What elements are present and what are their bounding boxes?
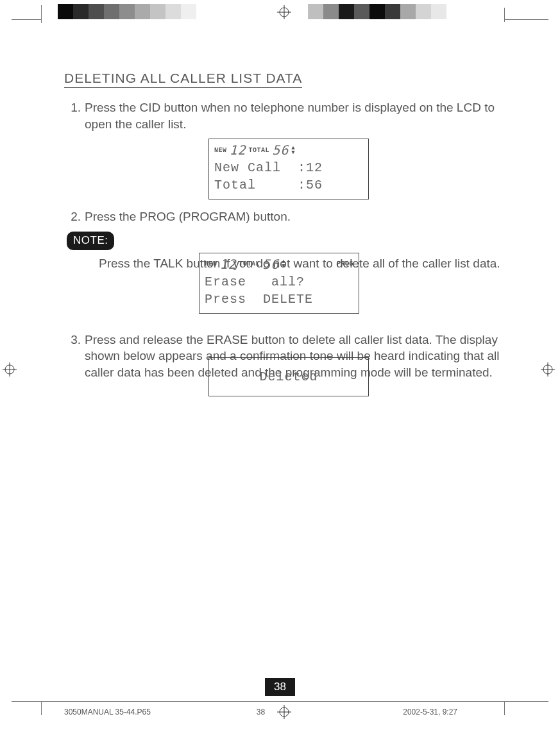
lcd-status-row: NEW 12 TOTAL 56 ▲▼ (214, 142, 363, 159)
swatch (58, 4, 73, 19)
footer-tick-left (41, 701, 42, 715)
page-number-badge: 38 (0, 678, 560, 696)
step-number: 2. (64, 208, 85, 225)
swatch (196, 4, 212, 19)
swatch (135, 4, 150, 19)
lcd-line-1: Erase all? (205, 273, 353, 291)
swatch (165, 4, 181, 19)
crop-line-right (505, 19, 548, 20)
swatch (150, 4, 165, 19)
step-1: 1. Press the CID button when no telephon… (64, 99, 513, 132)
section-heading: DELETING ALL CALLER LIST DATA (64, 71, 302, 88)
lcd-new-value: 12 (230, 142, 246, 159)
up-down-arrows-icon: ▲▼ (282, 260, 285, 269)
registration-mark-icon (277, 5, 291, 19)
swatch (104, 4, 119, 19)
swatch (339, 4, 354, 19)
crop-line-left (12, 19, 41, 20)
lcd-line-2: Press DELETE (205, 291, 353, 308)
page-number: 38 (265, 678, 295, 696)
swatch (354, 4, 369, 19)
page-content: DELETING ALL CALLER LIST DATA 1. Press t… (64, 71, 513, 396)
lcd-total-value: 56 (272, 142, 289, 159)
swatch (73, 4, 89, 19)
swatch (308, 4, 323, 19)
note-badge: NOTE: (67, 232, 114, 250)
swatch (119, 4, 135, 19)
registration-mark-right-icon (541, 362, 557, 379)
up-down-arrows-icon: ▲▼ (291, 146, 295, 155)
swatch (369, 4, 385, 19)
lcd-deleted-text: Deleted (259, 369, 318, 384)
step-number: 1. (64, 99, 85, 132)
registration-mark-left-icon (3, 362, 19, 379)
lcd-new-value: 12 (220, 256, 237, 273)
registration-mark-footer-icon (277, 705, 291, 719)
swatch (323, 4, 339, 19)
lcd-prog-label: PROG (337, 260, 353, 269)
swatch (431, 4, 446, 19)
print-calibration-strip (0, 0, 560, 26)
swatch (416, 4, 431, 19)
step-2: 2. Press the PROG (PROGRAM) button. (64, 208, 513, 225)
footer-filename: 3050MANUAL 35-44.P65 (64, 708, 223, 716)
lcd-total-value: 56 (262, 256, 279, 273)
note-text: Press the TALK button if you do not want… (99, 255, 513, 272)
footer-tick-right (504, 701, 505, 715)
step-text: Press the CID button when no telephone n… (85, 99, 513, 132)
swatch (181, 4, 196, 19)
lcd-new-label: NEW (214, 146, 227, 155)
crop-tick-right (504, 8, 505, 22)
grayscale-swatches-right (308, 4, 446, 19)
crop-tick-left (41, 5, 42, 23)
lcd-total-label: TOTAL (249, 146, 270, 155)
swatch (385, 4, 400, 19)
lcd-total-label: TOTAL (239, 260, 260, 269)
step-text: Press the PROG (PROGRAM) button. (85, 208, 513, 225)
swatch (89, 4, 104, 19)
footer-date: 2002-5-31, 9:27 (300, 708, 496, 716)
swatch (400, 4, 416, 19)
lcd-screen-3: Deleted (208, 357, 369, 396)
lcd-line-2: Total :56 (214, 176, 363, 194)
lcd-screen-1: NEW 12 TOTAL 56 ▲▼ New Call :12 Total :5… (208, 139, 369, 199)
lcd-new-label: NEW (205, 260, 217, 269)
footer-rule (12, 701, 548, 702)
grayscale-swatches-left (58, 4, 212, 19)
step-number: 3. (49, 332, 85, 381)
lcd-line-1: New Call :12 (214, 159, 363, 176)
print-footer: 3050MANUAL 35-44.P65 38 2002-5-31, 9:27 (0, 701, 560, 727)
